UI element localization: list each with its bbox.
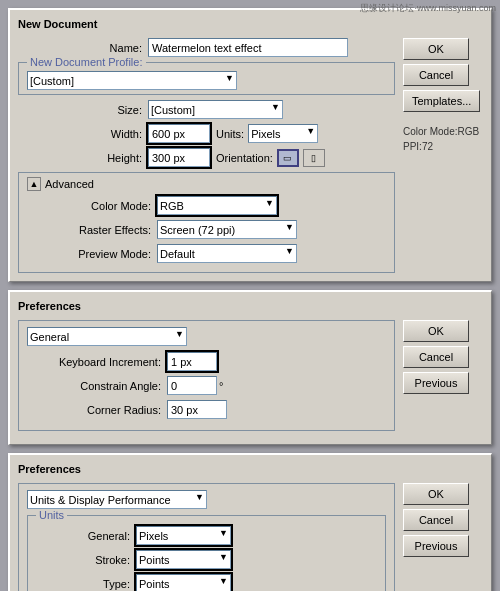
constrain-angle-row: Constrain Angle: °	[27, 376, 386, 395]
corner-radius-label: Corner Radius:	[27, 404, 167, 416]
portrait-icon[interactable]: ▭	[277, 149, 299, 167]
units-group-header: Units & Display Performance	[27, 490, 386, 509]
corner-radius-row: Corner Radius:	[27, 400, 386, 419]
general-group-header: General	[27, 327, 386, 346]
name-label: Name:	[18, 42, 148, 54]
units-general-label: General:	[36, 530, 136, 542]
width-label: Width:	[18, 128, 148, 140]
units-general-row: General: Pixels	[36, 526, 377, 545]
width-row: Width: Units: Pixels	[18, 124, 395, 143]
units-display-group: Units & Display Performance Units Genera…	[18, 483, 395, 591]
color-mode-select[interactable]: RGB	[157, 196, 277, 215]
corner-radius-input[interactable]	[167, 400, 227, 419]
raster-effects-label: Raster Effects:	[27, 224, 157, 236]
pref-units-ok-button[interactable]: OK	[403, 483, 469, 505]
degree-symbol: °	[219, 380, 223, 392]
pref-gen-cancel-button[interactable]: Cancel	[403, 346, 469, 368]
orientation-area: ▭ ▯	[277, 149, 325, 167]
name-row: Name:	[18, 38, 395, 57]
units-group-select[interactable]: Units & Display Performance	[27, 490, 207, 509]
units-label: Units:	[216, 128, 244, 140]
collapse-icon[interactable]: ▲	[27, 177, 41, 191]
pref-gen-ok-button[interactable]: OK	[403, 320, 469, 342]
raster-effects-select[interactable]: Screen (72 ppi)	[157, 220, 297, 239]
units-general-select[interactable]: Pixels	[136, 526, 231, 545]
size-row: Size: [Custom]	[18, 100, 395, 119]
templates-button[interactable]: Templates...	[403, 90, 480, 112]
advanced-header[interactable]: ▲ Advanced	[27, 177, 386, 191]
profile-section: New Document Profile: [Custom]	[18, 62, 395, 95]
preferences-general-title: Preferences	[18, 300, 483, 312]
preview-mode-select[interactable]: Default	[157, 244, 297, 263]
height-row: Height: Orientation: ▭ ▯	[18, 148, 395, 167]
cancel-button[interactable]: Cancel	[403, 64, 469, 86]
profile-select[interactable]: [Custom]	[27, 71, 237, 90]
units-section-label: Units	[36, 509, 67, 521]
keyboard-increment-input[interactable]	[167, 352, 217, 371]
landscape-icon[interactable]: ▯	[303, 149, 325, 167]
units-select[interactable]: Pixels	[248, 124, 318, 143]
general-group-select[interactable]: General	[27, 327, 187, 346]
orientation-label: Orientation:	[216, 152, 273, 164]
advanced-label: Advanced	[45, 178, 94, 190]
size-label: Size:	[18, 104, 148, 116]
units-stroke-label: Stroke:	[36, 554, 136, 566]
constrain-angle-label: Constrain Angle:	[27, 380, 167, 392]
advanced-section: ▲ Advanced Color Mode: RGB Raster Effect…	[18, 172, 395, 273]
width-input[interactable]	[148, 124, 210, 143]
color-info: Color Mode:RGB PPI:72	[403, 124, 479, 154]
general-group: General Keyboard Increment: Constrain An…	[18, 320, 395, 431]
height-label: Height:	[18, 152, 148, 164]
preferences-general-dialog: Preferences General Keyboard Increment:	[8, 290, 492, 445]
constrain-angle-input[interactable]	[167, 376, 217, 395]
raster-effects-row: Raster Effects: Screen (72 ppi)	[27, 220, 386, 239]
preferences-units-title: Preferences	[18, 463, 483, 475]
keyboard-increment-row: Keyboard Increment:	[27, 352, 386, 371]
preferences-units-dialog: Preferences Units & Display Performance …	[8, 453, 492, 591]
preview-mode-row: Preview Mode: Default	[27, 244, 386, 263]
units-type-label: Type:	[36, 578, 136, 590]
keyboard-increment-label: Keyboard Increment:	[27, 356, 167, 368]
name-input[interactable]	[148, 38, 348, 57]
pref-units-previous-button[interactable]: Previous	[403, 535, 469, 557]
new-document-dialog: New Document Name: New Document Profile:…	[8, 8, 492, 282]
height-input[interactable]	[148, 148, 210, 167]
new-document-title: New Document	[18, 18, 483, 30]
color-mode-row: Color Mode: RGB	[27, 196, 386, 215]
ok-button[interactable]: OK	[403, 38, 469, 60]
units-type-select[interactable]: Points	[136, 574, 231, 591]
units-stroke-row: Stroke: Points	[36, 550, 377, 569]
units-section: Units General: Pixels Stroke:	[27, 515, 386, 591]
preview-mode-label: Preview Mode:	[27, 248, 157, 260]
pref-units-cancel-button[interactable]: Cancel	[403, 509, 469, 531]
pref-gen-previous-button[interactable]: Previous	[403, 372, 469, 394]
size-select[interactable]: [Custom]	[148, 100, 283, 119]
units-stroke-select[interactable]: Points	[136, 550, 231, 569]
units-type-row: Type: Points	[36, 574, 377, 591]
color-mode-label: Color Mode:	[27, 200, 157, 212]
profile-label: New Document Profile:	[27, 56, 146, 68]
